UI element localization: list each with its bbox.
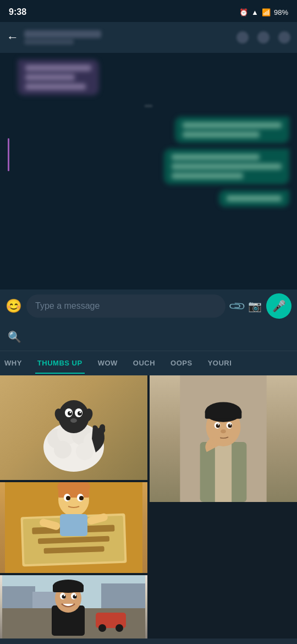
bubble (219, 190, 289, 207)
top-bar: ← (0, 22, 297, 53)
chat-area: •••• (0, 53, 297, 290)
svg-point-47 (66, 496, 70, 500)
search-icon: 🔍 (8, 330, 21, 343)
reply-accent (8, 138, 9, 171)
svg-point-48 (79, 496, 84, 500)
svg-rect-44 (58, 487, 89, 498)
keyboard-toolbar: ABC ⬜ 😊 🙂 🖼 GIF :-) ⌫ (0, 638, 297, 644)
battery-icon: 98% (274, 8, 288, 17)
message-input[interactable] (26, 294, 226, 318)
call-icon[interactable] (257, 31, 270, 43)
gif-item-2[interactable] (150, 375, 297, 502)
gif-item-3[interactable] (0, 482, 147, 573)
input-bar: 😊 📎 📷 🎤 (0, 290, 297, 323)
tab-oops[interactable]: OOPS (168, 353, 195, 374)
tab-ouch[interactable]: OUCH (131, 353, 157, 374)
gif-grid (0, 375, 297, 638)
contact-name (24, 30, 101, 38)
category-tabs: WHY THUMBS UP WOW OUCH OOPS YOURI (0, 351, 297, 375)
svg-rect-56 (101, 583, 145, 608)
svg-point-12 (70, 412, 72, 413)
svg-point-30 (230, 424, 231, 425)
tab-wow[interactable]: WOW (96, 353, 120, 374)
timestamp: •••• (8, 103, 289, 109)
gif-item-4[interactable] (0, 575, 147, 638)
bubble (18, 59, 99, 95)
more-options-icon[interactable] (278, 31, 290, 43)
svg-rect-54 (2, 586, 35, 608)
status-time: 9:38 (9, 7, 26, 17)
bubble (175, 117, 289, 143)
mic-icon: 🎤 (272, 299, 286, 313)
tab-why[interactable]: WHY (2, 353, 24, 374)
gif-search-bar: 🔍 (0, 323, 297, 351)
svg-point-29 (218, 424, 219, 425)
attach-button[interactable]: 📎 (227, 297, 246, 316)
camera-button[interactable]: 📷 (248, 299, 262, 313)
wifi-icon: ▲ (251, 8, 258, 17)
svg-rect-24 (205, 411, 242, 419)
message-right-3 (8, 190, 289, 207)
svg-point-6 (76, 443, 94, 460)
svg-point-69 (64, 595, 65, 596)
mic-button[interactable]: 🎤 (266, 293, 292, 319)
gif-item-1[interactable] (0, 375, 147, 480)
svg-point-70 (75, 595, 76, 596)
svg-rect-18 (98, 424, 106, 434)
alarm-icon: ⏰ (239, 8, 248, 17)
contact-info (24, 30, 231, 45)
svg-rect-21 (215, 442, 232, 502)
contact-status (24, 39, 74, 45)
svg-point-5 (54, 441, 72, 459)
status-icons: ⏰ ▲ 📶 98% (239, 8, 288, 17)
message-left-1 (18, 59, 215, 95)
message-right-2 (8, 149, 289, 184)
bubble (164, 149, 289, 184)
svg-point-59 (98, 624, 106, 632)
svg-point-60 (116, 624, 123, 632)
tab-thumbs-up[interactable]: THUMBS UP (35, 353, 85, 374)
back-button[interactable]: ← (7, 30, 19, 45)
svg-rect-64 (53, 585, 84, 592)
video-call-icon[interactable] (237, 31, 249, 43)
emoji-button[interactable]: 😊 (6, 298, 22, 314)
tab-youri[interactable]: YOURI (206, 353, 234, 374)
status-bar: 9:38 ⏰ ▲ 📶 98% (0, 0, 297, 22)
svg-rect-49 (60, 514, 87, 536)
message-right-1 (8, 117, 289, 143)
svg-point-14 (70, 418, 77, 423)
svg-point-13 (80, 412, 81, 413)
signal-icon: 📶 (262, 8, 271, 17)
top-bar-icons (237, 31, 290, 43)
svg-point-31 (221, 429, 226, 433)
